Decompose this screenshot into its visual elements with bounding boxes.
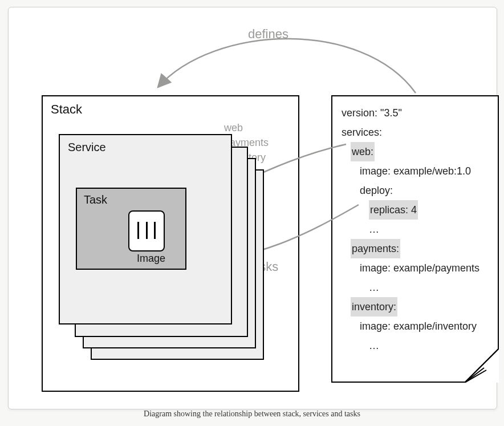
service-label: Service [68, 141, 106, 154]
yaml-line: image: example/web:1.0 [342, 161, 491, 181]
yaml-hl-replicas: replicas: 4 [369, 200, 418, 220]
arrow-defines [158, 39, 416, 93]
arrow-label-defines: defines [248, 27, 288, 42]
image-label: Image [123, 253, 180, 265]
image-icon [128, 210, 165, 251]
yaml-line: services: [342, 123, 491, 142]
service-tag-web: web [224, 120, 269, 135]
task-card-front: Task Image [76, 188, 186, 270]
yaml-file: version: "3.5" services: web: image: exa… [331, 95, 499, 383]
yaml-line: image: example/payments [342, 258, 491, 278]
yaml-line: … [342, 220, 491, 239]
file-dogear-icon [465, 348, 499, 383]
yaml-hl-payments: payments: [351, 239, 400, 258]
yaml-line: version: "3.5" [342, 103, 491, 123]
yaml-line: deploy: [342, 181, 491, 200]
yaml-line: payments: [342, 239, 491, 258]
yaml-line: … [342, 278, 491, 297]
task-label: Task [84, 193, 107, 206]
yaml-line: replicas: 4 [342, 200, 491, 220]
diagram-frame: Stack web payments inventory Service Tas… [8, 7, 497, 409]
yaml-line: image: example/inventory [342, 317, 491, 336]
yaml-hl-web: web: [351, 142, 375, 161]
stack-label: Stack [51, 102, 82, 117]
figure-caption: Diagram showing the relationship between… [0, 409, 504, 419]
yaml-line: web: [342, 142, 491, 161]
yaml-line: inventory: [342, 297, 491, 317]
yaml-hl-inventory: inventory: [351, 297, 397, 317]
